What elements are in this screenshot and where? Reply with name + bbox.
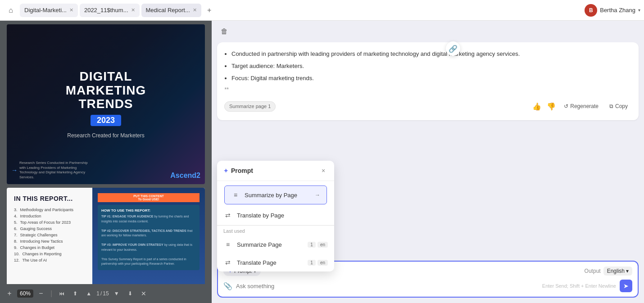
attachment-button[interactable]: 📎 bbox=[223, 282, 232, 290]
ai-double-stars: ** bbox=[224, 86, 631, 94]
tab-close-2022[interactable]: ✕ bbox=[131, 7, 135, 13]
pdf-nav-next[interactable]: ▼ bbox=[111, 288, 122, 299]
regenerate-button[interactable]: ↺ Regenerate bbox=[560, 100, 602, 113]
toc-item-5: 5.Top Areas of Focus for 2023 bbox=[14, 220, 85, 225]
thumbs-down-button[interactable]: 👎 bbox=[546, 100, 557, 113]
pdf-cover-content: DIGITAL MARKETING TRENDS 2023 Research C… bbox=[66, 70, 146, 139]
user-menu-chevron: ▾ bbox=[638, 8, 640, 13]
pdf-zoom-in[interactable]: − bbox=[35, 288, 47, 299]
pdf-page-info: 1 / 15 bbox=[96, 290, 109, 297]
pdf-pages: DIGITAL MARKETING TRENDS 2023 Research C… bbox=[0, 21, 212, 284]
colorful-icon: 🔗 bbox=[449, 45, 458, 53]
ai-message-list: Conducted in partnership with leading pr… bbox=[224, 50, 631, 83]
tab-close-digital[interactable]: ✕ bbox=[69, 7, 73, 13]
copy-label: Copy bbox=[615, 102, 628, 111]
output-lang-selector[interactable]: English ▾ bbox=[603, 267, 632, 276]
copy-button[interactable]: ⧉ Copy bbox=[606, 100, 631, 113]
toc-item-7: 7.Strategic Challenges bbox=[14, 233, 85, 237]
pdf-panel: DIGITAL MARKETING TRENDS 2023 Research C… bbox=[0, 21, 212, 303]
output-lang-label: English bbox=[607, 268, 625, 274]
ai-actions: 👍 👎 ↺ Regenerate ⧉ Copy bbox=[531, 100, 631, 113]
toc-item-3: 3.Methodology and Participants bbox=[14, 208, 85, 212]
prompt-item-summarize-by-page[interactable]: ≡ Summarize by Page → bbox=[224, 185, 327, 204]
regenerate-icon: ↺ bbox=[564, 102, 568, 111]
add-tab-button[interactable]: + bbox=[203, 4, 216, 17]
pdf-nav-next-next[interactable]: ⬇ bbox=[124, 288, 136, 299]
translate-page-icon: ⇄ bbox=[223, 211, 232, 220]
output-label: Output bbox=[585, 268, 601, 274]
thumbs-up-button[interactable]: 👍 bbox=[531, 100, 542, 113]
pdf-logo-brand: Ascend2 bbox=[170, 172, 200, 180]
send-icon: ➤ bbox=[623, 282, 629, 289]
tab-label: 2022_11$thum... bbox=[84, 7, 128, 14]
tab-digital-marketing[interactable]: Digital-Marketi... ✕ bbox=[20, 4, 78, 17]
prompt-item-translate-by-page[interactable]: ⇄ Translate by Page bbox=[217, 206, 334, 224]
ai-bullet-2: Target audience: Marketers. bbox=[231, 62, 631, 71]
pdf-page-current: 1 bbox=[96, 290, 100, 297]
toc-item-9: 9.Changes in Budget bbox=[14, 245, 85, 250]
ai-panel: 🗑 🔗 Conducted in partnership with leadin… bbox=[212, 21, 644, 303]
chat-input-row: 📎 Enter Send; Shift + Enter Newline ➤ bbox=[223, 280, 632, 292]
pdf-how-to-box: HOW TO USE THIS REPORT: TIP #1: ENGAGE Y… bbox=[98, 205, 200, 270]
ai-message-bubble: Conducted in partnership with leading pr… bbox=[217, 42, 639, 120]
summarize-num-badge: 1 bbox=[308, 242, 316, 248]
pdf-nav-first[interactable]: ⏮ bbox=[56, 288, 68, 299]
pdf-nav-prev[interactable]: ▲ bbox=[83, 288, 95, 299]
summarize-icon-used: ≡ bbox=[223, 240, 232, 249]
prompt-dropdown-title: ✦ Prompt bbox=[223, 167, 253, 174]
regenerate-label: Regenerate bbox=[570, 102, 599, 111]
toc-item-12: 12.The Use of AI bbox=[14, 258, 85, 262]
summarize-page-icon: ≡ bbox=[231, 190, 240, 199]
prompt-item-summarize-label: Summarize by Page bbox=[245, 192, 297, 199]
tab-label: Medical Report... bbox=[146, 7, 190, 14]
prompt-close-button[interactable]: × bbox=[319, 166, 328, 175]
pdf-year: 2023 bbox=[91, 115, 121, 126]
prompt-item-translate-page-used[interactable]: ⇄ Translate Page 1 en bbox=[217, 253, 334, 271]
pdf-title-line3: TRENDS bbox=[66, 97, 146, 111]
toc-item-10: 10.Changes in Reporting bbox=[14, 252, 85, 256]
ai-tag: Summarize page 1 bbox=[224, 101, 276, 112]
chat-text-input[interactable] bbox=[236, 283, 539, 289]
pdf-toc-title: IN THIS REPORT... bbox=[14, 195, 85, 202]
pdf-tips: TIP #1: ENGAGE YOUR AUDIENCE by turning … bbox=[101, 214, 196, 267]
user-name: Bertha Zhang bbox=[600, 7, 635, 14]
translate-badges: 1 en bbox=[308, 260, 328, 266]
prompt-summarize-used-label: Summarize Page bbox=[237, 241, 282, 248]
prompt-item-translate-label: Translate by Page bbox=[237, 212, 284, 219]
pdf-nav-prev-prev[interactable]: ⬆ bbox=[69, 288, 81, 299]
home-button[interactable]: ⌂ bbox=[4, 3, 18, 18]
prompt-item-summarize-page-used[interactable]: ≡ Summarize Page 1 en bbox=[217, 235, 334, 253]
pdf-zoom-out[interactable]: + bbox=[4, 288, 15, 299]
ai-top-actions: 🗑 🔗 bbox=[212, 21, 644, 42]
pdf-page-1: DIGITAL MARKETING TRENDS 2023 Research C… bbox=[7, 24, 205, 184]
pdf-zoom-value: 60% bbox=[17, 289, 33, 298]
tab-medical-report[interactable]: Medical Report... ✕ bbox=[141, 4, 201, 17]
prompt-translate-used-label: Translate Page bbox=[237, 259, 277, 266]
tab-2022-thumb[interactable]: 2022_11$thum... ✕ bbox=[80, 4, 140, 17]
pdf-page-sep: / bbox=[100, 290, 102, 297]
chat-hint-text: Enter Send; Shift + Enter Newline bbox=[542, 283, 616, 289]
main-content: DIGITAL MARKETING TRENDS 2023 Research C… bbox=[0, 21, 644, 303]
prompt-dropdown: ✦ Prompt × ≡ Summarize by Page → ⇄ Trans… bbox=[217, 161, 334, 271]
pdf-page-2: IN THIS REPORT... 3.Methodology and Part… bbox=[7, 188, 205, 284]
ai-message-footer: Summarize page 1 👍 👎 ↺ Regenerate ⧉ Copy bbox=[224, 100, 631, 113]
user-info[interactable]: B Bertha Zhang ▾ bbox=[585, 4, 640, 17]
pdf-page-2-right: PUT THIS CONTENTTo Good USE! HOW TO USE … bbox=[92, 188, 205, 284]
pdf-logo-text: Research Series Conducted in Partnership… bbox=[19, 161, 91, 180]
output-lang-chevron: ▾ bbox=[626, 268, 629, 274]
ai-delete-button[interactable]: 🗑 bbox=[217, 24, 231, 39]
translate-icon-used: ⇄ bbox=[223, 258, 232, 267]
output-area: Output English ▾ bbox=[585, 267, 632, 276]
panel-toggle-button[interactable]: 🔗 bbox=[446, 41, 460, 56]
tab-label: Digital-Marketi... bbox=[24, 7, 67, 14]
chat-send-button[interactable]: ➤ bbox=[620, 280, 632, 292]
prompt-dropdown-header: ✦ Prompt × bbox=[217, 161, 334, 181]
toc-item-6: 6.Gauging Success bbox=[14, 226, 85, 231]
pdf-title-line2: MARKETING bbox=[66, 84, 146, 98]
pdf-title-line1: DIGITAL bbox=[66, 70, 146, 84]
toc-item-8: 8.Introducing New Tactics bbox=[14, 239, 85, 244]
prompt-section-last-used: Last used bbox=[217, 226, 334, 235]
pdf-nav-last[interactable]: ✕ bbox=[138, 288, 150, 299]
tab-close-medical[interactable]: ✕ bbox=[193, 7, 197, 13]
ai-bullet-3: Focus: Digital marketing trends. bbox=[231, 74, 631, 83]
